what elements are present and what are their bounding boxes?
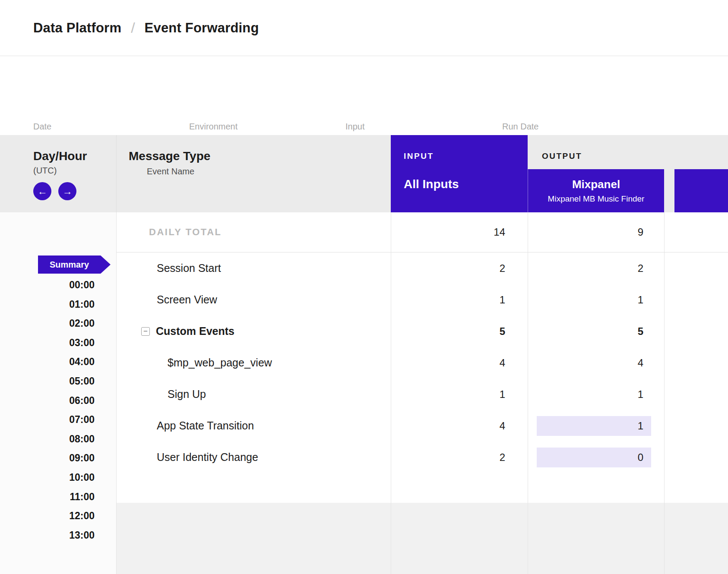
hour-item[interactable]: 04:00 xyxy=(69,352,95,372)
next-day-button[interactable]: → xyxy=(58,182,76,200)
input-count: 1 xyxy=(391,294,528,306)
event-name: App State Transition xyxy=(117,419,391,432)
output-next-column-partial xyxy=(664,135,728,212)
day-hour-header: Day/Hour (UTC) ← → xyxy=(0,135,117,212)
message-type-title: Message Type xyxy=(129,149,391,163)
input-count: 4 xyxy=(391,420,528,432)
event-name: User Identity Change xyxy=(117,451,391,464)
event-name: Screen View xyxy=(117,293,391,306)
daily-total-label: DAILY TOTAL xyxy=(117,227,391,238)
table-row: $mp_web_page_view 4 4 xyxy=(117,347,728,378)
output-subtitle: Mixpanel MB Music Finder xyxy=(548,194,645,204)
hour-item[interactable]: 01:00 xyxy=(69,295,95,314)
breadcrumb: Data Platform / Event Forwarding xyxy=(0,0,728,56)
output-count: 5 xyxy=(528,322,664,341)
output-count: 4 xyxy=(528,353,664,373)
date-filter-label: Date xyxy=(33,122,181,132)
hour-column: Summary 00:00 01:00 02:00 03:00 04:00 05… xyxy=(0,212,117,574)
day-hour-subtitle: (UTC) xyxy=(33,166,116,176)
input-column-label: INPUT xyxy=(404,151,528,161)
table-row: Screen View 1 1 xyxy=(117,284,728,315)
output-count: 2 xyxy=(528,259,664,278)
filter-bar: Date 08/08/2025 Environment Development … xyxy=(0,56,728,135)
hour-item[interactable]: 06:00 xyxy=(69,391,95,410)
input-count: 2 xyxy=(391,262,528,274)
table-row: App State Transition 4 1 xyxy=(117,410,728,442)
hour-item[interactable]: 09:00 xyxy=(69,448,95,468)
table-row: Sign Up 1 1 xyxy=(117,378,728,410)
input-column-header[interactable]: INPUT All Inputs xyxy=(391,135,528,212)
event-forwarding-page: Data Platform / Event Forwarding Date 08… xyxy=(0,0,728,574)
input-column-value: All Inputs xyxy=(404,177,528,191)
day-hour-title: Day/Hour xyxy=(33,149,116,163)
hour-item[interactable]: 05:00 xyxy=(69,372,95,391)
hour-item[interactable]: 02:00 xyxy=(69,314,95,333)
daily-total-input: 14 xyxy=(391,226,528,238)
hour-item[interactable]: 07:00 xyxy=(69,410,95,429)
hour-item[interactable]: 10:00 xyxy=(69,468,95,487)
page-title: Event Forwarding xyxy=(145,20,259,36)
output-count: 1 xyxy=(528,385,664,404)
input-count: 4 xyxy=(391,357,528,369)
hour-item[interactable]: 13:00 xyxy=(69,526,95,545)
environment-filter-label: Environment xyxy=(189,122,337,132)
hour-item[interactable]: 12:00 xyxy=(69,506,95,526)
input-count: 5 xyxy=(391,325,528,337)
output-column-label: OUTPUT xyxy=(542,151,582,161)
output-name: Mixpanel xyxy=(572,178,620,191)
breadcrumb-parent[interactable]: Data Platform xyxy=(33,20,121,36)
breadcrumb-separator: / xyxy=(131,19,135,36)
previous-day-button[interactable]: ← xyxy=(33,182,51,200)
input-filter-label: Input xyxy=(345,122,492,132)
table-row: User Identity Change 2 0 xyxy=(117,442,728,473)
output-count-highlighted[interactable]: 1 xyxy=(528,416,664,436)
output-count: 1 xyxy=(528,290,664,310)
output-count-highlighted[interactable]: 0 xyxy=(528,448,664,467)
run-date-label: Run Date xyxy=(502,122,606,132)
data-rows: DAILY TOTAL 14 9 Session Start 2 2 Scree… xyxy=(117,212,728,574)
table-row: − Custom Events 5 5 xyxy=(117,315,728,347)
table-body: Summary 00:00 01:00 02:00 03:00 04:00 05… xyxy=(0,212,728,574)
hour-item[interactable]: 00:00 xyxy=(69,275,95,295)
event-name: Sign Up xyxy=(117,388,391,401)
daily-total-row: DAILY TOTAL 14 9 xyxy=(117,212,728,252)
event-name: $mp_web_page_view xyxy=(117,356,391,369)
event-name-subtitle: Event Name xyxy=(129,167,391,177)
output-next-header[interactable] xyxy=(674,169,728,212)
input-count: 2 xyxy=(391,451,528,464)
hour-item[interactable]: 11:00 xyxy=(69,487,95,507)
summary-badge[interactable]: Summary xyxy=(38,255,101,274)
hour-list: 00:00 01:00 02:00 03:00 04:00 05:00 06:0… xyxy=(69,275,95,545)
table-header: Day/Hour (UTC) ← → Message Type Event Na… xyxy=(0,135,728,212)
message-type-header: Message Type Event Name xyxy=(117,135,391,212)
hour-item[interactable]: 03:00 xyxy=(69,333,95,353)
event-group-name: − Custom Events xyxy=(117,325,391,337)
output-mixpanel-header[interactable]: Mixpanel Mixpanel MB Music Finder xyxy=(528,169,664,212)
table-row: Session Start 2 2 xyxy=(117,252,728,284)
empty-area xyxy=(117,503,728,574)
daily-total-output: 9 xyxy=(528,222,664,242)
event-name: Session Start xyxy=(117,262,391,274)
hour-item[interactable]: 08:00 xyxy=(69,429,95,449)
collapse-icon[interactable]: − xyxy=(141,327,150,336)
output-column-header: OUTPUT Mixpanel Mixpanel MB Music Finder xyxy=(528,135,664,212)
input-count: 1 xyxy=(391,388,528,401)
